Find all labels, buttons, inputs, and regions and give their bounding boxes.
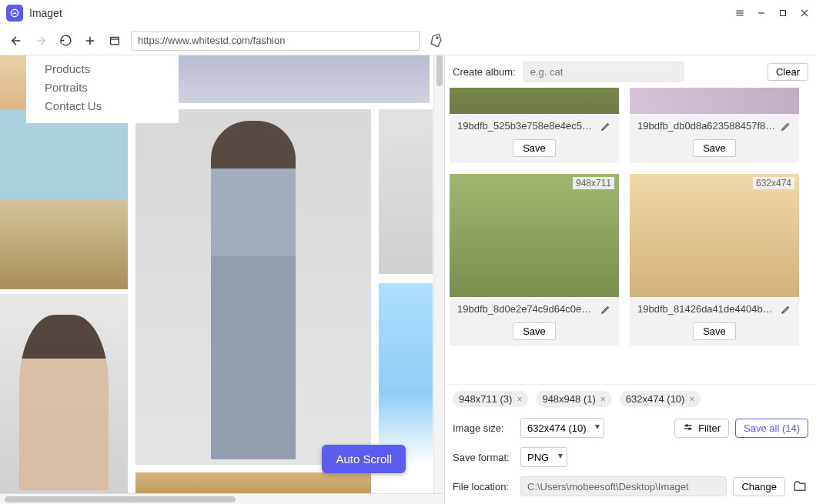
filter-chip[interactable]: 948x948 (1)× <box>536 391 611 407</box>
filter-chip[interactable]: 948x711 (3)× <box>453 391 528 407</box>
horizontal-scrollbar[interactable] <box>0 493 444 504</box>
site-nav-menu: Products Portraits Contact Us <box>26 55 179 123</box>
result-filename: 19bdfb_db0d8a623588457f82cef1a <box>637 120 776 132</box>
page-image <box>135 472 371 494</box>
tag-icon[interactable] <box>425 29 446 51</box>
result-thumbnail[interactable]: 632x474 <box>630 174 799 297</box>
save-all-button[interactable]: Save all (14) <box>735 419 808 438</box>
chip-remove-icon[interactable]: × <box>517 394 522 405</box>
reload-icon[interactable] <box>57 32 74 49</box>
chip-remove-icon[interactable]: × <box>600 394 606 405</box>
file-location-label: File location: <box>453 481 514 492</box>
edit-icon[interactable] <box>781 121 791 132</box>
svg-rect-5 <box>781 11 786 16</box>
edit-icon[interactable] <box>781 304 791 315</box>
auto-scroll-button[interactable]: Auto Scroll <box>322 445 406 473</box>
nav-item[interactable]: Contact Us <box>45 97 179 115</box>
filter-chip[interactable]: 632x474 (10)× <box>620 391 701 407</box>
app-logo-icon <box>6 5 23 22</box>
nav-item[interactable]: Portraits <box>45 78 179 97</box>
create-album-label: Create album: <box>453 66 516 78</box>
result-card: 632x474 19bdfb_81426da41de4404bbbfe17 Sa… <box>630 174 799 346</box>
minimize-icon[interactable] <box>756 8 767 18</box>
change-location-button[interactable]: Change <box>733 477 785 496</box>
url-input[interactable] <box>131 31 420 51</box>
results-area[interactable]: 19bdfb_525b3e758e8e4ec5ae7560 Save 19bdf… <box>445 88 816 384</box>
size-filter-chips: 948x711 (3)× 948x948 (1)× 632x474 (10)× <box>445 384 816 413</box>
close-icon[interactable] <box>799 8 810 18</box>
result-filename: 19bdfb_525b3e758e8e4ec5ae7560 <box>457 120 596 132</box>
window-icon[interactable] <box>106 32 123 49</box>
app-title: Imaget <box>29 7 62 19</box>
page-image <box>179 55 430 103</box>
download-panel: Create album: Clear 19bdfb_525b3e758e8e4… <box>445 55 816 504</box>
filter-button[interactable]: Filter <box>674 419 729 438</box>
result-filename: 19bdfb_8d0e2e74c9d64c0e8fe081a <box>457 303 596 315</box>
save-button[interactable]: Save <box>513 139 556 157</box>
edit-icon[interactable] <box>600 121 611 132</box>
svg-point-14 <box>436 36 438 38</box>
page-image <box>0 294 128 500</box>
save-button[interactable]: Save <box>693 322 736 340</box>
chip-remove-icon[interactable]: × <box>689 394 694 405</box>
svg-point-16 <box>686 425 687 426</box>
vertical-scrollbar[interactable] <box>433 55 444 493</box>
result-card: 948x711 19bdfb_8d0e2e74c9d64c0e8fe081a S… <box>450 174 619 346</box>
svg-point-18 <box>689 428 691 429</box>
result-filename: 19bdfb_81426da41de4404bbbfe17 <box>637 303 776 315</box>
new-tab-icon[interactable] <box>82 32 99 49</box>
titlebar: Imaget <box>0 0 816 26</box>
clear-button[interactable]: Clear <box>768 63 808 81</box>
page-image <box>379 283 433 465</box>
filter-icon <box>683 422 694 433</box>
page-image <box>0 109 128 289</box>
page-image <box>379 109 433 274</box>
save-format-select[interactable]: PNG <box>520 447 567 467</box>
save-button[interactable]: Save <box>693 139 736 157</box>
page-image <box>135 109 371 465</box>
size-badge: 948x711 <box>573 177 614 189</box>
result-thumbnail[interactable] <box>450 88 619 114</box>
result-thumbnail[interactable] <box>630 88 799 114</box>
browser-viewport: Products Portraits Contact Us Auto Scrol… <box>0 55 445 504</box>
browser-toolbar <box>0 26 816 55</box>
forward-icon[interactable] <box>32 32 49 49</box>
back-icon[interactable] <box>8 32 25 49</box>
save-button[interactable]: Save <box>513 322 556 340</box>
result-card: 19bdfb_db0d8a623588457f82cef1a Save <box>630 88 799 163</box>
save-format-label: Save format: <box>453 452 514 463</box>
result-thumbnail[interactable]: 948x711 <box>450 174 619 297</box>
size-badge: 632x474 <box>753 177 794 189</box>
maximize-icon[interactable] <box>778 8 788 18</box>
nav-item[interactable]: Products <box>45 60 179 78</box>
edit-icon[interactable] <box>600 304 611 315</box>
file-location-input[interactable] <box>520 476 727 496</box>
result-card: 19bdfb_525b3e758e8e4ec5ae7560 Save <box>450 88 619 163</box>
album-name-input[interactable] <box>523 62 684 82</box>
svg-rect-12 <box>111 37 119 44</box>
open-folder-icon[interactable] <box>791 478 808 495</box>
image-size-select[interactable]: 632x474 (10) <box>520 418 604 438</box>
image-size-label: Image size: <box>453 422 514 434</box>
menu-icon[interactable] <box>734 8 745 18</box>
